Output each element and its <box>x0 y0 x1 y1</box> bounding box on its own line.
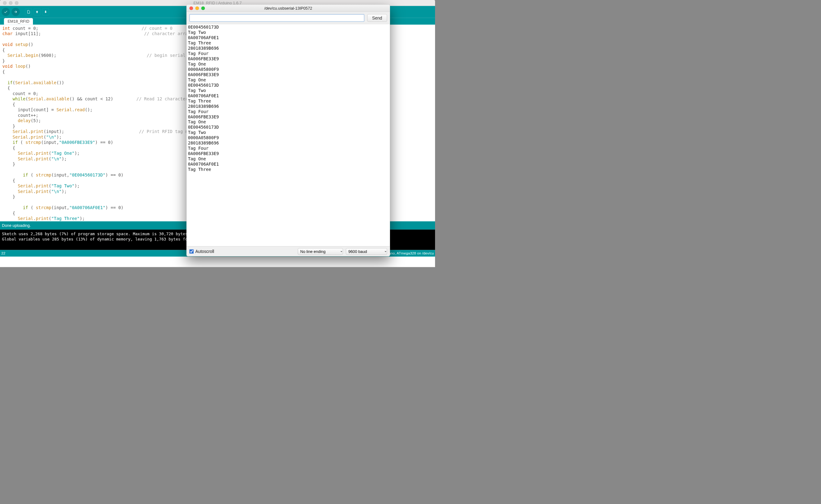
line-number: 22 <box>1 251 5 255</box>
new-file-button[interactable] <box>25 8 32 15</box>
sketch-tab[interactable]: EM18_RFID <box>4 18 33 25</box>
autoscroll-checkbox-wrap[interactable]: Autoscroll <box>189 249 214 254</box>
check-icon <box>4 10 8 14</box>
serial-output[interactable]: 0E004560173D Tag Two 0A00706AF0E1 Tag Th… <box>186 24 390 246</box>
console-line: Global variables use 285 bytes (13%) of … <box>2 237 195 241</box>
serial-titlebar[interactable]: /dev/cu.usbserial-13IP0572 <box>186 5 390 12</box>
line-ending-select[interactable]: No line ending <box>298 248 343 254</box>
arrow-up-icon <box>35 10 39 14</box>
autoscroll-checkbox[interactable] <box>189 249 194 254</box>
serial-monitor-window: /dev/cu.usbserial-13IP0572 Send 0E004560… <box>186 5 390 256</box>
console-line: Sketch uses 2,268 bytes (7%) of program … <box>2 231 190 236</box>
autoscroll-label: Autoscroll <box>195 249 214 254</box>
status-text: Done uploading. <box>2 223 31 228</box>
open-file-button[interactable] <box>34 8 40 15</box>
arrow-right-icon <box>14 10 18 14</box>
baud-select[interactable]: 9600 baud <box>346 248 387 254</box>
serial-title: /dev/cu.usbserial-13IP0572 <box>186 6 390 11</box>
save-file-button[interactable] <box>42 8 49 15</box>
serial-input-row: Send <box>186 12 390 24</box>
file-icon <box>27 10 30 14</box>
send-button[interactable]: Send <box>367 14 387 22</box>
upload-button[interactable] <box>11 8 20 16</box>
arrow-down-icon <box>44 10 48 14</box>
serial-bottom-bar: Autoscroll No line ending 9600 baud <box>186 246 390 256</box>
verify-button[interactable] <box>2 8 10 16</box>
serial-input[interactable] <box>189 14 364 22</box>
